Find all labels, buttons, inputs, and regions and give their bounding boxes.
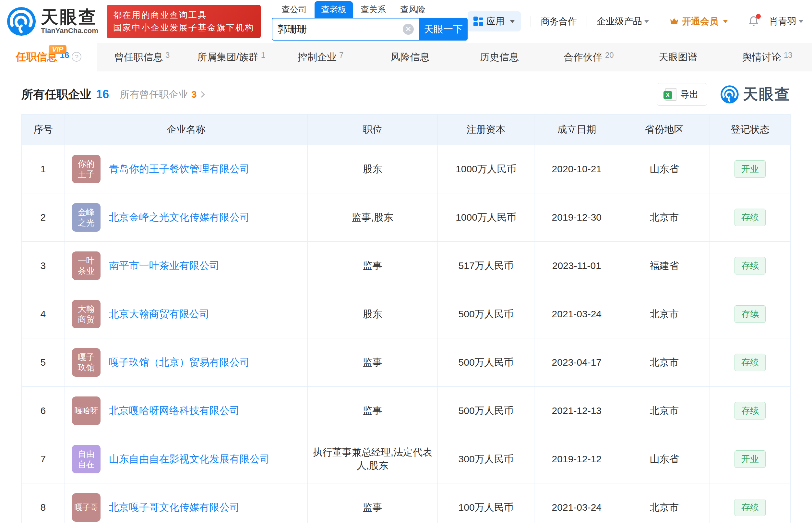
search-button[interactable]: 天眼一下	[419, 18, 468, 40]
enterprise-menu[interactable]: 企业级产品	[597, 15, 649, 28]
tab-label: 控制企业	[298, 51, 337, 64]
company-logo[interactable]: 嘎子 玖馆	[72, 348, 100, 377]
position-cell: 执行董事兼总经理,法定代表人,股东	[308, 435, 438, 483]
col-company: 企业名称	[64, 114, 308, 145]
tab-count: 13	[784, 51, 793, 60]
tab-controlled-companies[interactable]: 控制企业 7	[276, 43, 366, 71]
notification-bell-icon[interactable]	[748, 15, 759, 28]
search-area: 查公司 查老板 查关系 查风险 ✕ 天眼一下	[272, 2, 468, 40]
capital-cell: 500万人民币	[438, 338, 534, 387]
search-tab-relation[interactable]: 查关系	[354, 1, 392, 18]
tab-label: 曾任职信息	[114, 51, 163, 64]
capital-cell: 500万人民币	[438, 290, 534, 338]
company-link[interactable]: 北京嘎子哥文化传媒有限公司	[109, 501, 240, 514]
tab-history-info[interactable]: 历史信息	[455, 43, 544, 71]
col-province: 省份地区	[619, 114, 710, 145]
company-logo[interactable]: 金峰 之光	[72, 203, 100, 232]
former-companies-count: 3	[191, 89, 197, 100]
company-logo[interactable]: 大翰 商贸	[72, 300, 100, 328]
status-badge: 存续	[735, 257, 765, 274]
search-tab-boss[interactable]: 查老板	[315, 1, 353, 18]
tab-count: 3	[165, 51, 170, 60]
promo-banner: 都在用的商业查询工具 国家中小企业发展子基金旗下机构	[107, 5, 261, 38]
col-position: 职位	[308, 114, 438, 145]
section-count: 16	[96, 88, 109, 101]
row-index: 3	[22, 242, 65, 290]
crown-icon	[669, 16, 679, 26]
tab-renzhi-info[interactable]: VIP 任职信息 16 ?	[0, 43, 97, 71]
divider	[587, 16, 587, 27]
search-input[interactable]	[278, 24, 403, 35]
tianyancha-eye-icon	[6, 6, 36, 36]
table-row: 6 嘎哈呀 北京嘎哈呀网络科技有限公司 监事 500万人民币 2021-12-1…	[22, 387, 791, 435]
table-header-row: 序号 企业名称 职位 注册资本 成立日期 省份地区 登记状态	[22, 114, 791, 145]
apps-grid-icon	[474, 17, 483, 26]
tab-former-positions[interactable]: 曾任职信息 3	[97, 43, 187, 71]
company-logo[interactable]: 嘎子哥	[72, 493, 100, 522]
search-tab-risk[interactable]: 查风险	[394, 1, 432, 18]
watermark-logo: 天眼查	[720, 84, 791, 105]
status-badge: 开业	[735, 450, 765, 468]
profile-tabbar: VIP 任职信息 16 ? 曾任职信息 3 所属集团/族群 1 控制企业 7 风…	[0, 43, 812, 71]
row-index: 2	[22, 193, 65, 242]
table-row: 7 自由 自在 山东自由自在影视文化发展有限公司 执行董事兼总经理,法定代表人,…	[22, 435, 791, 483]
section-header: 所有任职企业 16 所有曾任职企业 3 X 导出 天眼查	[21, 83, 791, 106]
tianyancha-eye-icon	[720, 85, 739, 104]
company-link[interactable]: 北京嘎哈呀网络科技有限公司	[109, 404, 240, 418]
section-title: 所有任职企业	[21, 87, 91, 103]
help-icon[interactable]: ?	[72, 52, 81, 62]
member-menu[interactable]: 开通会员	[669, 15, 728, 28]
search-tab-company[interactable]: 查公司	[275, 1, 313, 18]
company-link[interactable]: 山东自由自在影视文化发展有限公司	[109, 452, 270, 466]
col-date: 成立日期	[534, 114, 619, 145]
search-tabs: 查公司 查老板 查关系 查风险	[272, 2, 468, 18]
clear-search-icon[interactable]: ✕	[403, 24, 414, 35]
tab-risk-info[interactable]: 风险信息	[366, 43, 455, 71]
row-index: 4	[22, 290, 65, 338]
date-cell: 2021-12-13	[534, 387, 619, 435]
chevron-down-icon	[723, 20, 728, 23]
tab-label: 天眼图谱	[659, 51, 698, 64]
user-menu[interactable]: 肖青羽	[769, 15, 804, 28]
chevron-down-icon	[798, 20, 804, 23]
tab-graph[interactable]: 天眼图谱	[633, 43, 723, 71]
company-link[interactable]: 南平市一叶茶业有限公司	[109, 259, 220, 272]
chevron-down-icon	[644, 20, 649, 23]
company-link[interactable]: 嘎子玖馆（北京）贸易有限公司	[109, 356, 250, 369]
table-row: 3 一叶 茶业 南平市一叶茶业有限公司 监事 517万人民币 2023-11-0…	[22, 242, 791, 290]
tab-partners[interactable]: 合作伙伴 20	[544, 43, 634, 71]
date-cell: 2023-11-01	[534, 242, 619, 290]
export-label: 导出	[680, 88, 699, 101]
position-cell: 监事	[308, 242, 438, 290]
status-badge: 存续	[735, 209, 765, 226]
status-badge: 存续	[735, 354, 765, 371]
tab-count: 7	[339, 51, 344, 60]
biz-coop-link[interactable]: 商务合作	[540, 15, 577, 28]
company-logo[interactable]: 自由 自在	[72, 445, 100, 473]
tab-label: 历史信息	[480, 51, 519, 64]
table-row: 4 大翰 商贸 北京大翰商贸有限公司 股东 500万人民币 2021-03-24…	[22, 290, 791, 338]
company-link[interactable]: 北京大翰商贸有限公司	[109, 307, 209, 321]
position-cell: 监事	[308, 387, 438, 435]
company-logo[interactable]: 一叶 茶业	[72, 251, 100, 280]
chevron-right-icon	[199, 91, 205, 98]
company-logo[interactable]: 嘎哈呀	[72, 396, 100, 425]
row-index: 8	[22, 483, 65, 523]
tab-public-opinion[interactable]: 舆情讨论 13	[723, 43, 812, 71]
apps-menu[interactable]: 应用	[468, 11, 521, 32]
status-badge: 存续	[735, 499, 765, 516]
company-link[interactable]: 北京金峰之光文化传媒有限公司	[109, 211, 250, 224]
company-logo[interactable]: 你的 王子	[72, 155, 100, 183]
former-companies-label: 所有曾任职企业	[120, 88, 188, 101]
username: 肖青羽	[769, 15, 796, 28]
company-link[interactable]: 青岛你的王子餐饮管理有限公司	[109, 162, 250, 176]
tab-group-family[interactable]: 所属集团/族群 1	[187, 43, 276, 71]
position-cell: 股东	[308, 290, 438, 338]
date-cell: 2021-03-24	[534, 290, 619, 338]
notification-dot	[756, 14, 761, 19]
province-cell: 山东省	[619, 145, 710, 193]
tianyancha-logo[interactable]: 天眼查 TianYanCha.com	[6, 6, 98, 36]
export-button[interactable]: X 导出	[657, 83, 707, 106]
former-companies-link[interactable]: 所有曾任职企业 3	[120, 88, 204, 101]
capital-cell: 1000万人民币	[438, 193, 534, 242]
